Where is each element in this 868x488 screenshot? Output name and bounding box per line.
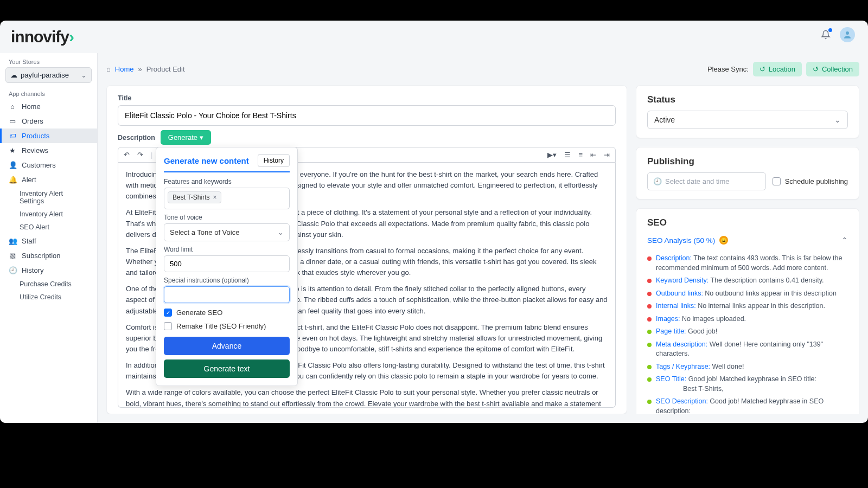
status-bullet <box>647 330 652 334</box>
publishing-card: Publishing 🕘 Select date and time Schedu… <box>636 147 859 200</box>
title-input[interactable] <box>118 105 616 126</box>
channels-label: App channels <box>0 87 97 99</box>
caret-down-icon: ▾ <box>200 133 203 142</box>
tone-select[interactable]: Select a Tone of Voice ⌄ <box>164 223 290 241</box>
tone-label: Tone of voice <box>164 214 290 221</box>
popover-title: Generate new content <box>164 156 249 165</box>
checkbox-checked-icon: ✓ <box>164 309 172 317</box>
remake-title-checkbox[interactable]: Remake Title (SEO Friendly) <box>164 322 290 330</box>
history-button[interactable]: History <box>258 154 290 167</box>
status-bullet <box>647 292 652 296</box>
nav-label: Subscription <box>22 252 61 260</box>
seo-item-key[interactable]: Outbound links: <box>656 290 703 297</box>
seo-item-key[interactable]: SEO Title: <box>656 375 686 383</box>
title-label: Title <box>118 94 616 102</box>
seo-item: SEO Title: Good job! Matched keyphrase i… <box>647 373 848 395</box>
nav-products[interactable]: 🏷Products <box>0 129 97 143</box>
seo-item-text: Keyword Density: The description contain… <box>656 276 848 286</box>
seo-item: Meta description: Well done! Here contai… <box>647 338 848 361</box>
sync-collection-button[interactable]: ↺Collection <box>806 62 859 76</box>
nav-inventory-alert[interactable]: Inventory Alert <box>0 208 97 221</box>
olist-icon[interactable]: ≡ <box>578 151 583 159</box>
advance-button[interactable]: Advance <box>164 337 290 355</box>
sync-location-button[interactable]: ↺Location <box>753 62 802 76</box>
undo-icon: ↺ <box>813 65 819 73</box>
seo-item-key[interactable]: SEO Description: <box>656 397 708 405</box>
status-bullet <box>647 317 652 322</box>
special-instructions-input[interactable] <box>164 286 290 303</box>
breadcrumb-home[interactable]: Home <box>115 65 134 73</box>
nav-utilize-credits[interactable]: Utilize Credits <box>0 291 97 304</box>
seo-list: Description: The text contains 493 words… <box>647 252 848 414</box>
status-select[interactable]: Active ⌄ <box>647 111 848 129</box>
avatar[interactable] <box>840 27 855 42</box>
generate-button[interactable]: Generate▾ <box>161 130 211 145</box>
chevron-down-icon: ⌄ <box>81 71 87 79</box>
nav-history[interactable]: 🕘History <box>0 263 97 278</box>
seo-item-key[interactable]: Description: <box>656 254 692 262</box>
checkbox-label: Schedule publishing <box>785 177 848 185</box>
seo-item: Keyword Density: The description contain… <box>647 274 848 287</box>
nav-alert[interactable]: 🔔Alert <box>0 172 97 187</box>
indent-icon[interactable]: ⇥ <box>604 151 610 159</box>
nav-label: Alert <box>22 176 36 184</box>
sync-label: Please Sync: <box>707 65 749 73</box>
seo-item-key[interactable]: Images: <box>656 315 680 323</box>
seo-item-key[interactable]: Internal links: <box>656 302 696 310</box>
nav-subscription[interactable]: ▧Subscription <box>0 248 97 263</box>
seo-item-text: Internal links: No internal links appear… <box>656 301 848 311</box>
chevron-down-icon: ⌄ <box>278 228 284 236</box>
seo-item-key[interactable]: Tags / Keyphrase: <box>656 363 710 370</box>
nav-label: Staff <box>22 237 36 245</box>
seo-item: Images: No images uploaded. <box>647 313 848 326</box>
nav-seo-alert[interactable]: SEO Alert <box>0 221 97 234</box>
undo-icon[interactable]: ↶ <box>124 151 130 159</box>
logo: innovify› <box>0 21 98 53</box>
nav-staff[interactable]: 👥Staff <box>0 234 97 248</box>
nav-label: Products <box>22 132 49 140</box>
video-icon[interactable]: ▶▾ <box>547 151 557 159</box>
nav-purchase-credits[interactable]: Purchase Credits <box>0 278 97 291</box>
word-limit-label: Word limit <box>164 246 290 253</box>
generate-text-button[interactable]: Generate text <box>164 359 290 378</box>
seo-item-text: SEO Description: Good job! Matched keyph… <box>656 397 848 414</box>
editor-paragraph: With a wide range of colors available, y… <box>126 387 608 408</box>
nav-reviews[interactable]: ★Reviews <box>0 143 97 158</box>
generate-seo-checkbox[interactable]: ✓ Generate SEO <box>164 309 290 317</box>
undo-icon: ↺ <box>760 65 765 73</box>
remove-tag-icon[interactable]: × <box>213 194 216 201</box>
btn-label: Location <box>769 65 795 73</box>
schedule-checkbox[interactable]: Schedule publishing <box>773 177 848 185</box>
sidebar: Your Stores ☁ payful-paradise ⌄ App chan… <box>0 53 98 423</box>
seo-item-text: SEO Title: Good job! Matched keyphrase i… <box>656 375 848 394</box>
redo-icon[interactable]: ↷ <box>137 151 143 159</box>
status-bullet <box>647 365 652 369</box>
store-picker[interactable]: ☁ payful-paradise ⌄ <box>5 67 92 83</box>
special-instructions-label: Special instructions (optional) <box>164 277 290 284</box>
nav-inventory-alert-settings[interactable]: Inventory Alert Settings <box>0 187 97 208</box>
notifications-icon[interactable] <box>819 28 832 41</box>
seo-item-text: Outbound links: No outbound links appear… <box>656 289 848 299</box>
seo-item: Page title: Good job! <box>647 325 848 338</box>
nav-customers[interactable]: 👤Customers <box>0 158 97 172</box>
checkbox-label: Remake Title (SEO Friendly) <box>176 322 266 330</box>
store-name: payful-paradise <box>21 71 69 79</box>
publishing-title: Publishing <box>647 156 848 167</box>
store-icon: ☁ <box>10 71 17 79</box>
datetime-input[interactable]: 🕘 Select date and time <box>647 172 766 190</box>
seo-item-text: Tags / Keyphrase: Well done! <box>656 362 848 372</box>
word-limit-input[interactable] <box>164 255 290 272</box>
seo-item-text: Page title: Good job! <box>656 327 848 337</box>
nav-orders[interactable]: ▭Orders <box>0 114 97 129</box>
ulist-icon[interactable]: ☰ <box>564 151 571 159</box>
generate-popover: Generate new content History Features an… <box>156 147 298 386</box>
seo-item-key[interactable]: Page title: <box>656 328 686 335</box>
outdent-icon[interactable]: ⇤ <box>590 151 596 159</box>
seo-title: SEO <box>647 217 848 228</box>
features-input[interactable]: Best T-Shirts× <box>164 188 290 209</box>
seo-item-key[interactable]: Keyword Density: <box>656 277 709 284</box>
nav-home[interactable]: ⌂Home <box>0 99 97 114</box>
svg-point-0 <box>846 31 849 35</box>
seo-analysis-toggle[interactable]: SEO Analysis (50 %) 😐 ⌃ <box>647 234 848 247</box>
seo-item-key[interactable]: Meta description: <box>656 341 707 348</box>
